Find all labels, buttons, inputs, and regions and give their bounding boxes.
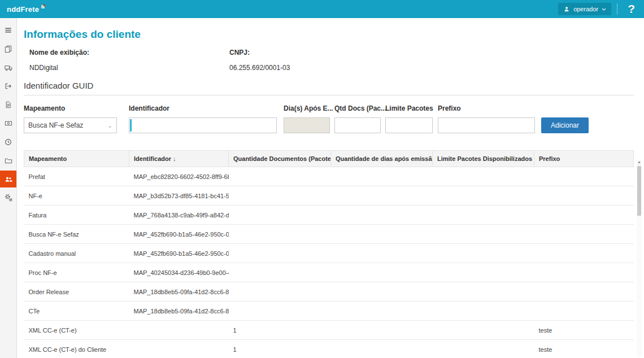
table-cell (331, 302, 433, 321)
page-title: Informações do cliente (24, 28, 634, 41)
table-cell (331, 206, 433, 225)
table-scrollbar[interactable]: ▲ (637, 159, 642, 357)
table-cell (331, 282, 433, 302)
user-menu-button[interactable]: operador (558, 3, 611, 15)
table-cell (433, 340, 534, 358)
table-row[interactable]: Order ReleaseMAP_18db8eb5-09fa-41d2-8cc6… (24, 282, 634, 302)
top-bar: nddFrete operador ? (0, 0, 644, 18)
client-info: Nome de exibição: NDDigital CNPJ: 06.255… (24, 49, 634, 72)
table-row[interactable]: XML CC-e (CT-e)1teste (24, 321, 634, 340)
prefixo-label: Prefixo (438, 104, 535, 112)
guid-table-wrap: MapeamentoIdentificador↓Quantidade Docum… (24, 150, 634, 358)
folder-icon (4, 156, 13, 165)
table-cell: Prefat (24, 167, 129, 186)
qtd-docs-input[interactable] (334, 117, 381, 133)
table-cell (229, 186, 331, 206)
column-header[interactable]: Quantidade de dias após emissão (331, 151, 433, 167)
table-cell: CTe (24, 302, 129, 321)
scroll-up-icon[interactable]: ▲ (637, 159, 642, 165)
table-cell: MAP_18db8eb5-09fa-41d2-8cc6-83db... (129, 282, 229, 302)
column-header[interactable]: Prefixo (534, 151, 634, 167)
help-button[interactable]: ? (623, 0, 639, 18)
table-cell: MAP_40245034-d236-49b0-9e00-46e9... (129, 263, 229, 282)
table-cell (331, 186, 433, 206)
table-cell: MAP_452fb690-b1a5-46e2-950c-02b2... (129, 225, 229, 244)
table-row[interactable]: Busca NF-e SefazMAP_452fb690-b1a5-46e2-9… (24, 225, 634, 244)
table-cell (534, 244, 634, 263)
section-divider (24, 95, 634, 95)
limite-pacotes-input[interactable] (385, 117, 433, 133)
table-cell (534, 206, 634, 225)
table-cell (229, 206, 331, 225)
column-header[interactable]: Limite Pacotes Disponibilizados (433, 151, 534, 167)
table-cell: Fatura (24, 206, 129, 225)
cnpj-label: CNPJ: (229, 49, 429, 56)
table-cell: MAP_b3d52b73-df85-4181-bc41-5527... (129, 186, 229, 206)
table-row[interactable]: PrefatMAP_ebc82820-6602-4502-8ff9-6b2da.… (24, 167, 634, 186)
prefixo-input[interactable] (438, 117, 535, 133)
guid-table: MapeamentoIdentificador↓Quantidade Docum… (24, 150, 634, 358)
history-clock-icon (4, 138, 12, 146)
guid-form: Mapeamento Busca NF-e Sefaz ⌄ Identifica… (24, 104, 634, 133)
table-cell: NF-e (24, 186, 129, 206)
column-header[interactable]: Mapeamento (24, 151, 129, 167)
table-cell (331, 263, 433, 282)
sidebar-item-transport[interactable] (0, 59, 16, 76)
table-cell (229, 263, 331, 282)
table-cell (433, 225, 534, 244)
table-cell (433, 302, 534, 321)
table-row[interactable]: NF-eMAP_b3d52b73-df85-4181-bc41-5527... (24, 186, 634, 206)
truck-icon (4, 63, 13, 72)
settings-gears-icon (4, 193, 13, 202)
table-cell (433, 186, 534, 206)
logo-cube-icon (41, 5, 45, 8)
adicionar-button[interactable]: Adicionar (541, 117, 589, 133)
sidebar-item-settings[interactable] (0, 189, 16, 206)
main-content: Informações do cliente Nome de exibição:… (17, 18, 644, 358)
table-cell (433, 167, 534, 186)
table-cell (129, 321, 229, 340)
table-row[interactable]: XML CC-e (CT-e) do Cliente1teste (24, 340, 634, 358)
identificador-input[interactable] (129, 117, 277, 133)
table-cell (129, 340, 229, 358)
sidebar-item-reports[interactable] (0, 96, 16, 113)
sidebar-item-clients[interactable] (0, 171, 16, 187)
table-cell (229, 244, 331, 263)
display-name-label: Nome de exibição: (29, 49, 229, 56)
column-header[interactable]: Identificador↓ (129, 151, 229, 167)
table-cell: 1 (229, 340, 331, 358)
report-document-icon (4, 101, 12, 109)
chevron-down-icon (602, 8, 606, 11)
billing-icon (4, 119, 13, 128)
user-menu-label: operador (573, 6, 598, 12)
mapeamento-select[interactable]: Busca NF-e Sefaz ⌄ (24, 117, 117, 133)
table-cell: MAP_452fb690-b1a5-46e2-950c-02b2... (129, 244, 229, 263)
table-cell (331, 321, 433, 340)
table-header-row: MapeamentoIdentificador↓Quantidade Docum… (24, 151, 634, 167)
table-cell (331, 244, 433, 263)
cnpj-value: 06.255.692/0001-03 (229, 64, 429, 72)
scrollbar-thumb[interactable] (637, 166, 641, 216)
sidebar-item-billing[interactable] (0, 115, 16, 132)
table-row[interactable]: Cadastro manualMAP_452fb690-b1a5-46e2-95… (24, 244, 634, 263)
user-icon (563, 6, 570, 12)
app-logo: nddFrete (7, 5, 45, 14)
sidebar-item-documents[interactable] (0, 40, 16, 57)
column-header[interactable]: Quantidade Documentos (Pacote) (229, 151, 331, 167)
table-row[interactable]: FaturaMAP_768a4138-c9ab-49f9-a842-db40..… (24, 206, 634, 225)
table-row[interactable]: Proc NF-eMAP_40245034-d236-49b0-9e00-46e… (24, 263, 634, 282)
export-icon (4, 82, 12, 90)
app-logo-text: nddFrete (7, 5, 39, 14)
clients-users-icon (4, 175, 13, 184)
table-row[interactable]: CTeMAP_18db8eb5-09fa-41d2-8cc6-83db... (24, 302, 634, 321)
table-cell: Cadastro manual (24, 244, 129, 263)
sidebar-item-history[interactable] (0, 133, 16, 150)
table-cell (534, 282, 634, 302)
table-cell (433, 263, 534, 282)
table-cell (534, 225, 634, 244)
sidebar-item-export[interactable] (0, 77, 16, 94)
sidebar-item-files[interactable] (0, 152, 16, 169)
table-cell (331, 340, 433, 358)
sidebar-item-menu[interactable] (0, 21, 16, 38)
table-cell (433, 321, 534, 340)
